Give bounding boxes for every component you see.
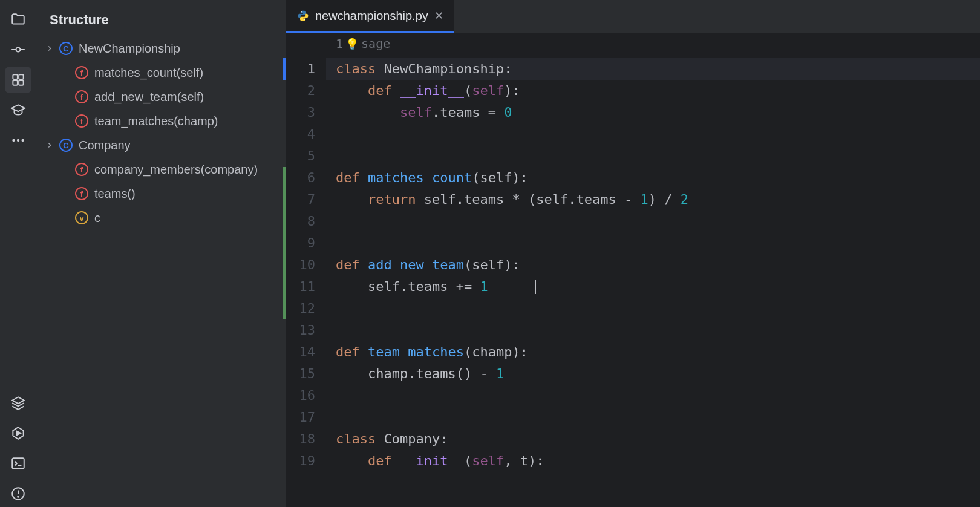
line-number[interactable]: 9	[286, 232, 326, 254]
code-line[interactable]	[326, 385, 980, 407]
structure-item-label: add_new_team(self)	[94, 90, 204, 104]
code-line[interactable]: def __init__(self, t):	[326, 450, 980, 472]
terminal-icon[interactable]	[5, 450, 31, 477]
editor-tab-active[interactable]: newchampionship.py ✕	[286, 0, 454, 33]
svg-point-16	[18, 496, 19, 497]
svg-rect-3	[13, 74, 18, 79]
code-line[interactable]	[326, 298, 980, 319]
structure-item-label: c	[94, 211, 100, 225]
editor-area: newchampionship.py ✕ 1234567891011121314…	[286, 0, 980, 507]
structure-item-var[interactable]: vc	[41, 206, 281, 230]
svg-rect-12	[12, 458, 24, 468]
func-badge-icon: f	[75, 114, 88, 128]
structure-tree: CNewChampionshipfmatches_count(self)fadd…	[41, 36, 281, 230]
class-badge-icon: C	[59, 42, 73, 55]
structure-item-class[interactable]: CNewChampionship	[41, 36, 281, 61]
structure-item-label: team_matches(champ)	[94, 114, 218, 128]
layers-icon[interactable]	[5, 390, 31, 416]
structure-icon[interactable]	[5, 67, 31, 93]
code-line[interactable]: class NewChampionship:	[326, 58, 980, 80]
structure-item-func[interactable]: fmatches_count(self)	[41, 61, 281, 85]
structure-item-func[interactable]: fteam_matches(champ)	[41, 109, 281, 133]
line-number[interactable]: 14	[286, 341, 326, 363]
line-number[interactable]: 7	[286, 189, 326, 211]
code-line[interactable]: def add_new_team(self):	[326, 254, 980, 276]
problems-icon[interactable]	[5, 480, 31, 507]
code-area[interactable]: 12345678910111213141516171819 1 💡 sage c…	[286, 34, 980, 507]
line-number[interactable]: 15	[286, 363, 326, 385]
line-number[interactable]: 12	[286, 298, 326, 319]
line-number[interactable]: 13	[286, 319, 326, 341]
structure-item-label: teams()	[94, 187, 136, 201]
editor-tabs: newchampionship.py ✕	[286, 0, 980, 34]
line-number[interactable]: 1	[286, 58, 326, 80]
line-gutter: 12345678910111213141516171819	[286, 34, 326, 507]
svg-point-9	[21, 139, 24, 142]
func-badge-icon: f	[75, 163, 88, 176]
line-number[interactable]: 18	[286, 428, 326, 450]
tool-icon-bar	[0, 0, 36, 507]
structure-item-label: Company	[79, 139, 131, 152]
line-number[interactable]: 5	[286, 145, 326, 167]
more-icon[interactable]	[5, 127, 31, 154]
svg-point-7	[12, 139, 15, 142]
commit-icon[interactable]	[5, 36, 31, 63]
line-number[interactable]: 17	[286, 407, 326, 428]
structure-item-func[interactable]: fadd_new_team(self)	[41, 85, 281, 109]
svg-point-17	[301, 11, 302, 13]
structure-item-label: company_members(company)	[94, 163, 258, 177]
func-badge-icon: f	[75, 90, 88, 103]
line-number[interactable]: 2	[286, 80, 326, 102]
close-tab-icon[interactable]: ✕	[434, 9, 443, 22]
tab-filename: newchampionship.py	[315, 9, 428, 23]
code-line[interactable]: champ.teams() - 1	[326, 363, 980, 385]
lightbulb-icon[interactable]: 💡	[345, 38, 359, 50]
usage-hint[interactable]: 1 💡 sage	[336, 36, 390, 51]
learn-icon[interactable]	[5, 97, 31, 123]
structure-title: Structure	[41, 7, 281, 36]
code-content[interactable]: 1 💡 sage class NewChampionship: def __in…	[326, 34, 980, 507]
structure-panel: Structure CNewChampionshipfmatches_count…	[36, 0, 286, 507]
svg-rect-4	[19, 74, 24, 79]
code-line[interactable]: def __init__(self):	[326, 80, 980, 102]
code-line[interactable]	[326, 145, 980, 167]
code-line[interactable]: class Company:	[326, 428, 980, 450]
python-file-icon	[297, 10, 309, 22]
code-line[interactable]	[326, 211, 980, 232]
structure-item-label: NewChampionship	[79, 42, 180, 56]
code-line[interactable]: self.teams += 1	[326, 276, 980, 298]
code-line[interactable]	[326, 123, 980, 145]
project-icon[interactable]	[5, 6, 31, 33]
line-number[interactable]: 4	[286, 123, 326, 145]
code-line[interactable]: def matches_count(self):	[326, 167, 980, 189]
func-badge-icon: f	[75, 66, 88, 79]
code-line[interactable]: return self.teams * (self.teams - 1) / 2	[326, 189, 980, 211]
structure-item-func[interactable]: fcompany_members(company)	[41, 157, 281, 182]
code-line[interactable]	[326, 232, 980, 254]
class-badge-icon: C	[59, 139, 73, 152]
func-badge-icon: f	[75, 187, 88, 200]
line-number[interactable]: 16	[286, 385, 326, 407]
structure-item-func[interactable]: fteams()	[41, 182, 281, 206]
usage-hint-text: 1	[336, 36, 343, 51]
chevron-right-icon[interactable]	[44, 44, 56, 53]
chevron-right-icon[interactable]	[44, 141, 56, 149]
code-line[interactable]	[326, 407, 980, 428]
svg-point-18	[304, 19, 305, 20]
code-line[interactable]: self.teams = 0	[326, 102, 980, 123]
line-number[interactable]: 8	[286, 211, 326, 232]
structure-item-label: matches_count(self)	[94, 66, 203, 80]
line-number[interactable]: 10	[286, 254, 326, 276]
svg-rect-6	[19, 80, 24, 85]
line-number[interactable]: 3	[286, 102, 326, 123]
svg-rect-5	[13, 80, 18, 85]
svg-point-0	[16, 48, 20, 52]
structure-item-class[interactable]: CCompany	[41, 133, 281, 157]
var-badge-icon: v	[75, 211, 88, 224]
line-number[interactable]: 11	[286, 276, 326, 298]
line-number[interactable]: 6	[286, 167, 326, 189]
code-line[interactable]	[326, 319, 980, 341]
code-line[interactable]: def team_matches(champ):	[326, 341, 980, 363]
services-icon[interactable]	[5, 420, 31, 446]
line-number[interactable]: 19	[286, 450, 326, 472]
